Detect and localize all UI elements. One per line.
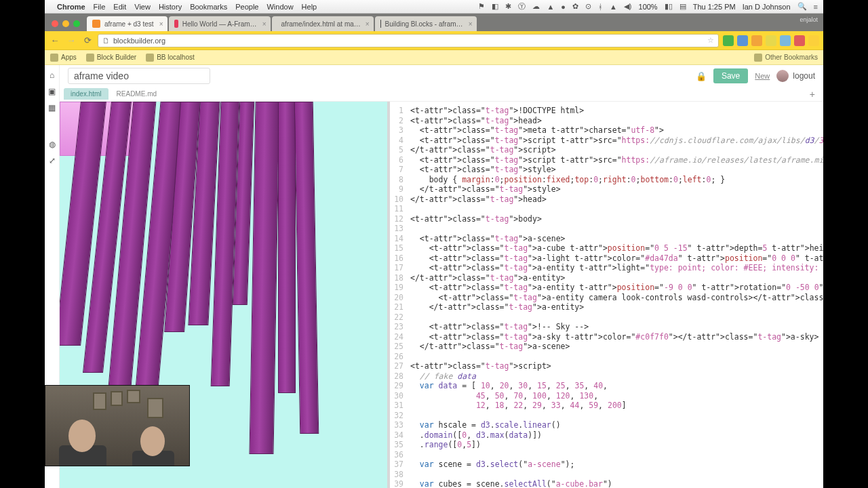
user-menu[interactable]: logout [776,70,815,82]
close-tab-icon[interactable]: × [366,20,370,28]
extension-icon[interactable] [723,35,734,46]
status-icon[interactable]: ⊙ [585,2,591,11]
forward-button[interactable]: → [65,35,77,45]
bookmark-label: Block Builder [97,54,136,61]
reload-button[interactable]: ⟳ [81,35,94,45]
block-title-input[interactable] [68,68,210,84]
status-icon[interactable]: ✿ [572,2,578,11]
folder-icon [754,54,762,62]
tab-label: Hello World — A-Fram… [182,20,257,28]
status-icon[interactable]: ● [561,3,566,11]
bluetooth-icon[interactable]: ᚼ [598,3,603,11]
avatar-icon [776,70,789,82]
flag-icon[interactable]: ▤ [679,2,686,11]
tab-label: aframe + d3 test [104,20,154,28]
menu-bookmarks[interactable]: Bookmarks [190,3,227,11]
home-icon[interactable]: ⌂ [48,70,56,79]
status-icon[interactable]: ☁ [532,2,540,11]
close-tab-icon[interactable]: × [159,20,163,28]
menubar-app[interactable]: Chrome [57,3,85,11]
bookmark-item[interactable]: BB localhost [146,54,195,62]
file-tabs: index.html README.md + [60,87,823,102]
chrome-toolbar: ← → ⟳ 🗋 blockbuilder.org ☆ [45,31,823,50]
menu-window[interactable]: Window [267,3,293,11]
new-link[interactable]: New [755,72,770,80]
close-tab-icon[interactable]: × [469,20,473,28]
mac-menubar: Chrome File Edit View History Bookmarks … [45,0,823,14]
other-bookmarks[interactable]: Other Bookmarks [754,54,818,62]
close-tab-icon[interactable]: × [262,20,267,28]
extension-icon[interactable] [794,35,805,46]
tab-label: aframe/index.html at ma… [281,20,361,28]
chrome-tabstrip: aframe + d3 test × Hello World — A-Fram…… [45,14,823,31]
apps-icon [50,54,58,62]
menu-history[interactable]: History [159,3,182,11]
grid-icon[interactable]: ▦ [48,103,56,111]
window-controls [52,20,80,27]
code-editor[interactable]: 1234567891011121314151617181920212223242… [390,102,823,488]
file-tab-readme[interactable]: README.md [110,88,163,100]
menubar-user[interactable]: Ian D Johnson [743,3,791,11]
close-window-icon[interactable] [52,20,58,27]
maximize-window-icon[interactable] [73,20,80,27]
notification-center-icon[interactable]: ≡ [814,3,818,11]
spotlight-icon[interactable]: 🔍 [797,2,807,11]
bookmark-icon [146,54,154,62]
menu-help[interactable]: Help [302,3,317,11]
url-text: blockbuilder.org [113,37,165,45]
other-bookmarks-label: Other Bookmarks [765,54,818,61]
bookmark-label: BB localhost [157,54,195,61]
menu-edit[interactable]: Edit [113,3,126,11]
browser-tab[interactable]: aframe + d3 test × [87,16,167,31]
menu-file[interactable]: File [94,3,106,11]
browser-tab[interactable]: Hello World — A-Fram… × [169,16,271,31]
site-info-icon[interactable]: 🗋 [102,37,110,45]
status-icon[interactable]: ⚑ [478,2,485,11]
status-icon[interactable]: ✱ [505,2,511,11]
extension-icon[interactable] [751,35,762,46]
extension-icon[interactable] [737,35,748,46]
clock[interactable]: Thu 1:25 PM [693,3,736,11]
save-button[interactable]: Save [713,68,748,83]
logout-label: logout [793,71,815,81]
extension-icon[interactable] [766,35,776,46]
tab-label: Building Bl.ocks - afram… [385,20,463,28]
battery-icon[interactable]: ▮▯ [665,2,673,11]
menu-view[interactable]: View [134,3,151,11]
menu-people[interactable]: People [235,3,258,11]
browser-tab[interactable]: aframe/index.html at ma… × [272,16,374,31]
favicon-icon [174,20,178,28]
webcam-overlay [45,385,190,466]
bookmark-star-icon[interactable]: ☆ [707,36,714,45]
status-icon[interactable]: Ⓨ [518,1,526,12]
app-header: 🔒 Save New logout [60,65,823,87]
chrome-menu-icon[interactable] [808,35,819,46]
minimize-window-icon[interactable] [62,20,69,27]
status-icon[interactable]: ▲ [547,3,554,11]
bookmark-item[interactable]: Block Builder [86,54,136,62]
volume-icon[interactable]: ◀) [624,2,632,11]
wifi-icon[interactable]: ▲ [610,3,617,11]
bookmark-icon [86,54,94,62]
lock-icon[interactable]: 🔒 [696,71,707,81]
sidebyside-icon[interactable]: ▣ [48,87,56,95]
add-file-button[interactable]: + [810,89,815,100]
globe-icon[interactable]: ◍ [48,140,56,148]
extension-icons [723,35,819,46]
apps-label: Apps [61,54,77,61]
browser-tab[interactable]: Building Bl.ocks - afram… × [375,16,477,31]
battery-percent[interactable]: 100% [639,3,658,11]
favicon-icon [380,20,381,28]
address-bar[interactable]: 🗋 blockbuilder.org ☆ [98,34,719,47]
extension-icon[interactable] [780,35,791,46]
bookmarks-bar: Apps Block Builder BB localhost Other Bo… [45,50,823,65]
status-icon[interactable]: ◧ [492,2,498,11]
file-tab-index[interactable]: index.html [64,88,108,100]
favicon-icon [92,20,100,28]
apps-shortcut[interactable]: Apps [50,54,77,62]
chrome-profile-name[interactable]: enjalot [800,16,818,23]
expand-icon[interactable]: ⤢ [48,156,56,164]
back-button[interactable]: ← [49,35,61,45]
